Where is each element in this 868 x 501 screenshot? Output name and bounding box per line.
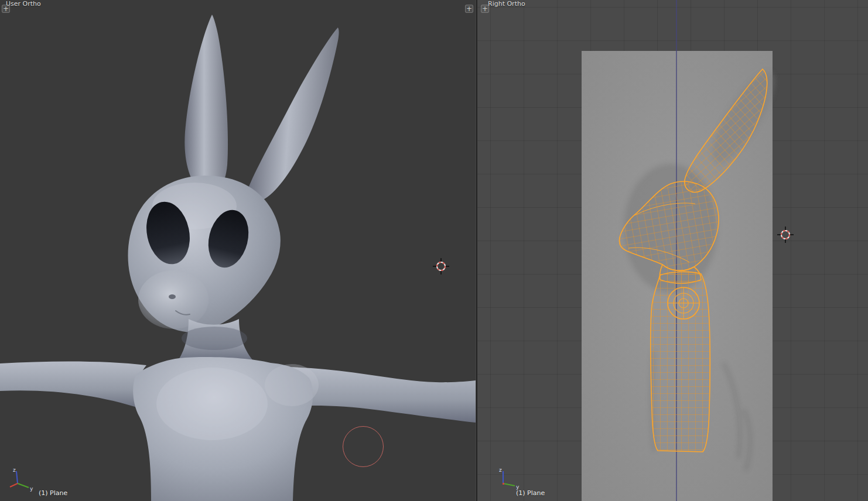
shoulder-highlight — [265, 364, 319, 406]
rabbit-nose — [169, 294, 176, 299]
active-object-label: (1) Plane — [39, 489, 67, 497]
active-object-label: (1) Plane — [516, 489, 545, 497]
rabbit-muzzle — [138, 270, 209, 329]
brush-circle — [343, 426, 384, 467]
wireframe-torso[interactable] — [651, 272, 710, 452]
chin-shadow — [182, 327, 247, 350]
view-label: User Ortho — [6, 0, 41, 8]
shaded-rabbit-model[interactable] — [0, 0, 476, 501]
rabbit-ear-left[interactable] — [184, 15, 228, 195]
rabbit-arm-left[interactable] — [0, 362, 146, 409]
blender-window: z y User Ortho (1) Plane + + — [0, 0, 868, 501]
axis-z-label: z — [13, 467, 16, 473]
view-label: Right Ortho — [488, 0, 525, 8]
axis-y-label: y — [30, 486, 33, 492]
rabbit-ear-right[interactable] — [247, 22, 339, 207]
axis-z-label: z — [499, 467, 502, 473]
chest-highlight — [156, 368, 268, 440]
add-region-icon[interactable]: + — [465, 5, 473, 13]
add-region-icon[interactable]: + — [481, 5, 489, 13]
axis-gizmo: z y — [5, 467, 34, 495]
viewport-right-ortho[interactable]: z y Right Ortho (1) Plane + — [477, 0, 868, 501]
wireframe-scene[interactable] — [477, 0, 868, 501]
wireframe-shoulder-socket[interactable] — [668, 287, 699, 319]
viewport-user-ortho[interactable]: z y User Ortho (1) Plane + + — [0, 0, 476, 501]
add-region-icon[interactable]: + — [2, 5, 10, 13]
